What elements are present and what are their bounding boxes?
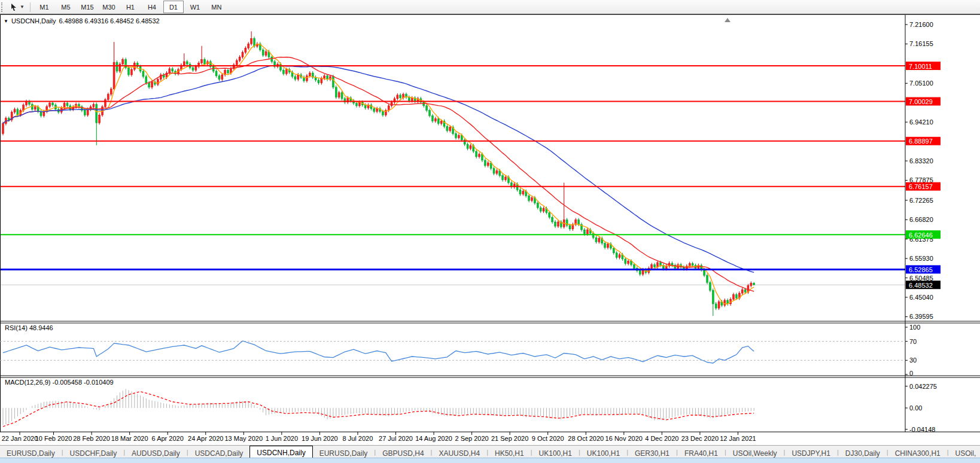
candlestick — [209, 60, 211, 68]
candlestick — [239, 55, 241, 62]
candle-body — [285, 69, 287, 74]
candlestick — [315, 75, 316, 82]
candle-body — [248, 44, 249, 48]
candle-body — [119, 64, 121, 71]
candlestick — [248, 42, 249, 50]
candlestick — [560, 220, 562, 229]
tab-gbpusd-h4[interactable]: GBPUSD,H4 — [376, 447, 430, 458]
candlestick — [727, 298, 729, 306]
candle-body — [66, 103, 68, 106]
candle-body — [528, 196, 530, 200]
tab-usdjpy-h1[interactable]: USDJPY,H1 — [785, 447, 836, 458]
tab-xauusd-h4[interactable]: XAUUSD,H4 — [432, 447, 486, 458]
price-axis-label: 6.55930 — [909, 255, 933, 262]
candle-body — [458, 135, 459, 138]
candlestick — [40, 109, 42, 117]
candlestick — [724, 298, 726, 307]
candle-body — [744, 290, 746, 292]
candle-body — [586, 230, 588, 234]
candlestick — [385, 109, 386, 117]
candle-body — [195, 66, 197, 70]
timeframe-button-m30[interactable]: M30 — [99, 1, 119, 13]
candlestick — [434, 117, 436, 123]
tab-fra40-h1[interactable]: FRA40,H1 — [678, 447, 725, 458]
timeframe-button-w1[interactable]: W1 — [185, 1, 205, 13]
candle-body — [318, 80, 319, 83]
timeframe-button-m5[interactable]: M5 — [56, 1, 76, 13]
candlestick — [282, 68, 284, 75]
candle-body — [242, 52, 244, 57]
toolbar-grip[interactable] — [1, 2, 5, 12]
date-label: 23 Dec 2020 — [681, 435, 719, 442]
tab-usdchf-daily[interactable]: USDCHF,Daily — [63, 447, 124, 458]
candle-body — [151, 82, 153, 87]
chevron-down-icon[interactable]: ▼ — [20, 4, 27, 10]
timeframe-button-mn[interactable]: MN — [206, 1, 227, 13]
price-axis-label: 6.39595 — [909, 313, 933, 320]
timeframe-button-m15[interactable]: M15 — [77, 1, 98, 13]
timeframe-button-m1[interactable]: M1 — [34, 1, 54, 13]
tab-hk50-h1[interactable]: HK50,H1 — [488, 447, 531, 458]
candlestick — [502, 174, 504, 182]
candlestick — [186, 60, 188, 66]
candle-body — [724, 300, 726, 305]
tab-ger30-h1[interactable]: GER30,H1 — [628, 447, 676, 458]
tab-uk100-h1[interactable]: UK100,H1 — [580, 447, 626, 458]
candle-body — [107, 95, 109, 100]
tab-eurusd-daily[interactable]: EURUSD,Daily — [313, 447, 375, 458]
candle-body — [604, 243, 606, 248]
candlestick — [294, 75, 296, 81]
chevron-down-icon[interactable]: ▼ — [4, 19, 8, 24]
candlestick — [327, 74, 328, 81]
symbol-tab-bar: EURUSD,Daily|USDCHF,Daily|AUDUSD,Daily|U… — [0, 445, 980, 458]
candlestick — [169, 67, 171, 75]
candlestick — [598, 236, 600, 243]
ma-fast-line — [3, 44, 754, 304]
candle-body — [239, 57, 241, 60]
tab-audusd-daily[interactable]: AUDUSD,Daily — [125, 447, 187, 458]
candle-body — [203, 59, 205, 64]
tab-usdcnh-daily[interactable]: USDCNH,Daily — [249, 446, 312, 458]
candle-body — [633, 264, 635, 268]
price-axis-label: 7.16155 — [909, 40, 933, 47]
candlestick — [110, 87, 112, 96]
candlestick — [417, 97, 419, 103]
candlestick — [619, 253, 620, 260]
tab-uk100-h1[interactable]: UK100,H1 — [532, 447, 579, 458]
rsi-axis-label: 0 — [909, 370, 913, 377]
tab-china300-h1[interactable]: CHINA300,H1 — [888, 447, 947, 458]
candle-body — [341, 93, 343, 99]
candlestick — [242, 50, 244, 59]
candlestick — [715, 302, 717, 310]
candle-body — [625, 259, 626, 264]
tab-usdcad-daily[interactable]: USDCAD,Daily — [188, 447, 250, 458]
candlestick — [566, 218, 568, 227]
candle-body — [262, 50, 264, 55]
tab-dj30-daily[interactable]: DJ30,Daily — [839, 447, 887, 458]
date-label: 12 Jan 2021 — [720, 435, 756, 442]
timeframe-button-h4[interactable]: H4 — [142, 1, 162, 13]
tab-usoil-weekly[interactable]: USOil,Weekly — [726, 447, 784, 458]
candle-body — [104, 100, 106, 107]
candle-body — [148, 83, 150, 87]
candle-body — [93, 104, 95, 106]
date-label: 13 May 2020 — [224, 435, 263, 442]
candlestick — [470, 144, 471, 151]
chart-cursor-icon[interactable] — [8, 2, 20, 13]
timeframe-button-d1[interactable]: D1 — [163, 1, 184, 13]
timeframe-button-h1[interactable]: H1 — [120, 1, 141, 13]
candle-body — [449, 127, 451, 131]
tab-usoil-[interactable]: USOil, — [949, 447, 980, 458]
candlestick — [142, 69, 144, 78]
rsi-label: RSI(14) 48.9446 — [5, 324, 53, 331]
candlestick — [604, 242, 606, 249]
candle-body — [236, 60, 238, 65]
candlestick — [81, 105, 83, 112]
chart-shift-marker[interactable] — [725, 18, 731, 22]
candlestick — [394, 97, 395, 104]
tab-eurusd-daily[interactable]: EURUSD,Daily — [0, 447, 62, 458]
candle-body — [99, 115, 101, 123]
candlestick — [338, 91, 340, 99]
candle-body — [616, 253, 617, 258]
price-axis-label: 6.83320 — [909, 157, 933, 165]
